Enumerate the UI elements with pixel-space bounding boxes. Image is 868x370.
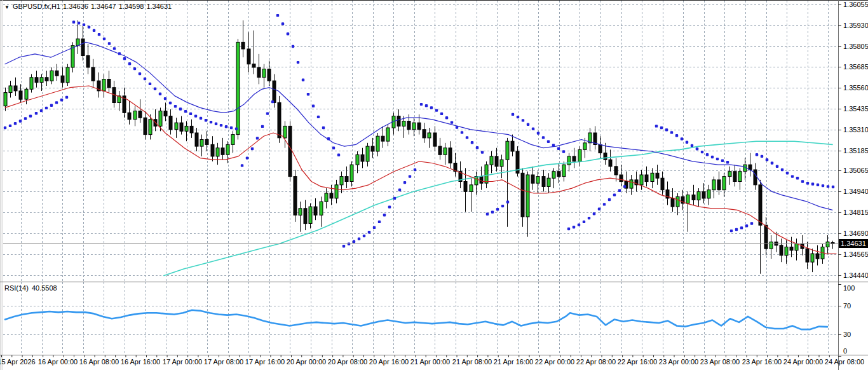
time-tick-label: 16 Apr 08:00 xyxy=(79,358,119,366)
time-tick-label: 15 Apr 2026 xyxy=(0,358,36,366)
rsi-indicator-label: RSI(14) xyxy=(4,284,29,292)
time-tick-label: 24 Apr 00:00 xyxy=(783,358,823,366)
price-tick-label: 1.36055 xyxy=(843,0,868,9)
time-axis[interactable]: 15 Apr 202616 Apr 00:0016 Apr 08:0016 Ap… xyxy=(0,356,868,370)
ma-red-line xyxy=(5,86,836,254)
price-tick-label: 1.34440 xyxy=(843,271,868,280)
chart-window: ▼GBPUSD.fx,H11.346361.346471.345981.3463… xyxy=(0,0,868,370)
price-tick-label: 1.35310 xyxy=(843,125,868,134)
rsi-level-label: 0 xyxy=(843,346,847,355)
symbol-period-label: GBPUSD.fx,H1 xyxy=(13,3,60,10)
chart-canvas[interactable] xyxy=(0,0,868,370)
time-tick-label: 17 Apr 16:00 xyxy=(245,358,285,366)
time-tick-label: 16 Apr 00:00 xyxy=(38,358,78,366)
price-axis[interactable]: 1.34631 1.360551.359301.358051.356851.35… xyxy=(839,0,868,370)
time-tick-label: 23 Apr 08:00 xyxy=(700,358,740,366)
rsi-value: 40.5508 xyxy=(32,284,57,292)
ohlc-low: 1.34598 xyxy=(119,3,144,10)
time-tick-label: 16 Apr 16:00 xyxy=(121,358,160,366)
price-tick-label: 1.35560 xyxy=(843,83,868,92)
time-tick-label: 21 Apr 16:00 xyxy=(494,358,533,366)
price-tick-label: 1.34690 xyxy=(843,229,868,238)
price-tick-label: 1.35185 xyxy=(843,146,868,155)
rsi-level-label: 70 xyxy=(843,301,851,310)
time-tick-label: 20 Apr 00:00 xyxy=(287,358,326,366)
price-tick-label: 1.34815 xyxy=(843,208,868,217)
chart-header: ▼GBPUSD.fx,H11.346361.346471.345981.3463… xyxy=(4,3,174,10)
price-tick-label: 1.34940 xyxy=(843,187,868,196)
time-tick-label: 22 Apr 08:00 xyxy=(576,358,616,366)
time-tick-label: 20 Apr 08:00 xyxy=(328,358,367,366)
time-tick-label: 21 Apr 08:00 xyxy=(452,358,492,366)
grid-layer xyxy=(3,1,838,355)
time-tick-label: 23 Apr 16:00 xyxy=(742,358,782,366)
price-tick-label: 1.35805 xyxy=(843,42,868,51)
time-tick-label: 22 Apr 16:00 xyxy=(618,358,657,366)
price-tick-label: 1.34565 xyxy=(843,250,868,259)
symbol-dropdown-icon[interactable]: ▼ xyxy=(4,4,10,10)
price-tick-label: 1.35930 xyxy=(843,21,868,30)
rsi-header: RSI(14)40.5508 xyxy=(4,284,60,292)
price-tick-label: 1.35065 xyxy=(843,166,868,175)
time-tick-label: 21 Apr 00:00 xyxy=(410,358,450,366)
rsi-line xyxy=(5,310,827,329)
time-tick-label: 23 Apr 00:00 xyxy=(659,358,698,366)
price-tick-label: 1.35685 xyxy=(843,62,868,71)
time-tick-label: 17 Apr 08:00 xyxy=(204,358,243,366)
current-price-tag: 1.34631 xyxy=(839,239,868,248)
rsi-level-label: 30 xyxy=(843,330,851,339)
time-tick-label: 24 Apr 08:00 xyxy=(825,358,864,366)
ohlc-close: 1.34631 xyxy=(146,3,172,10)
time-tick-label: 22 Apr 00:00 xyxy=(535,358,574,366)
time-tick-label: 17 Apr 00:00 xyxy=(163,358,202,366)
price-tick-label: 1.35435 xyxy=(843,104,868,113)
rsi-level-label: 100 xyxy=(843,284,855,292)
ohlc-open: 1.34636 xyxy=(63,3,88,10)
ohlc-high: 1.34647 xyxy=(91,3,116,10)
time-tick-label: 20 Apr 16:00 xyxy=(369,358,409,366)
